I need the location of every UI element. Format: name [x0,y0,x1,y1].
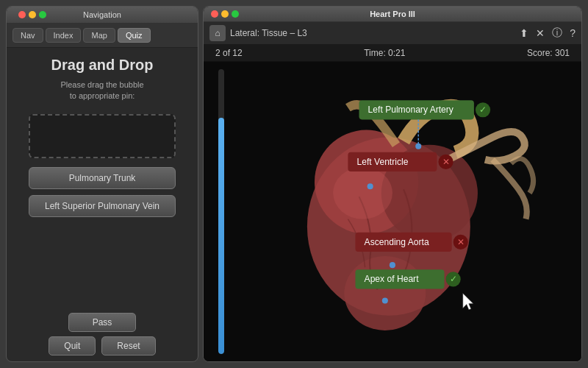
maximize-traffic-light[interactable] [39,11,46,18]
info-icon[interactable]: ⓘ [552,26,562,40]
heart-traffic-lights [211,10,239,18]
tab-nav[interactable]: Nav [12,28,43,43]
tab-quiz[interactable]: Quiz [118,28,151,43]
tab-index[interactable]: Index [46,28,82,43]
close-traffic-light[interactable] [18,11,26,18]
svg-point-5 [333,167,392,219]
heart-minimize-light[interactable] [221,10,229,18]
heart-panel: Heart Pro III ⌂ Lateral: Tissue – L3 ⬆ ✕… [203,6,582,362]
heart-window-title: Heart Pro III [370,10,415,18]
progress-stat: 2 of 12 [215,48,243,58]
svg-point-26 [382,298,388,304]
quiz-content: Drag and Drop Please drag the bubble to … [7,48,198,307]
svg-text:✓: ✓ [450,274,457,284]
svg-point-11 [415,144,421,149]
nav-titlebar: Navigation [7,7,198,24]
drag-bubble-pulmonary-vein[interactable]: Left Superior Pulmonary Vein [29,195,176,217]
nav-tabs: Nav Index Map Quiz [7,24,198,48]
heart-close-light[interactable] [211,10,218,18]
toolbar-right-icons: ⬆ ✕ ⓘ ? [520,26,576,40]
drop-zone[interactable] [29,114,176,158]
home-button[interactable]: ⌂ [209,25,226,41]
svg-text:Left Pulmonary Artery: Left Pulmonary Artery [368,105,454,115]
svg-text:Apex of Heart: Apex of Heart [365,274,420,284]
quiz-title: Drag and Drop [51,57,154,74]
nav-panel-title: Navigation [83,10,121,19]
heart-illustration: Left Pulmonary Artery ✓ Left Ventricle ✕ [233,69,567,354]
bottom-buttons: Pass Quit Reset [7,307,198,361]
svg-point-16 [368,183,373,189]
score-stat: Score: 301 [527,48,570,58]
close-icon[interactable]: ✕ [536,27,545,39]
svg-text:Left Ventricle: Left Ventricle [356,157,408,167]
reset-button[interactable]: Reset [101,336,155,355]
heart-toolbar: ⌂ Lateral: Tissue – L3 ⬆ ✕ ⓘ ? [204,22,581,45]
share-icon[interactable]: ⬆ [520,27,528,39]
progress-bar-fill [218,118,224,354]
svg-point-4 [344,256,426,330]
pass-button[interactable]: Pass [68,313,137,332]
nav-panel: Navigation Nav Index Map Quiz Drag and D… [6,6,198,362]
heart-titlebar: Heart Pro III [204,7,581,22]
quit-reset-row: Quit Reset [49,336,155,355]
drag-bubble-pulmonary-trunk[interactable]: Pulmonary Trunk [29,167,176,189]
heart-svg: Left Pulmonary Artery ✓ Left Ventricle ✕ [233,69,567,354]
svg-point-21 [390,262,395,268]
minimize-traffic-light[interactable] [29,11,36,18]
svg-text:Ascending Aorta: Ascending Aorta [365,237,429,247]
timer-stat: Time: 0:21 [364,48,405,58]
heart-stats: 2 of 12 Time: 0:21 Score: 301 [204,45,581,62]
svg-text:✕: ✕ [442,157,450,167]
progress-bar-container [218,69,224,354]
traffic-lights [18,11,46,18]
quiz-instruction: Please drag the bubble to appropriate pi… [60,79,143,102]
quit-button[interactable]: Quit [49,336,96,355]
svg-text:✕: ✕ [457,237,465,247]
heart-maximize-light[interactable] [232,10,239,18]
svg-text:✓: ✓ [479,105,487,115]
tab-map[interactable]: Map [83,28,115,43]
heart-main: Left Pulmonary Artery ✓ Left Ventricle ✕ [204,62,581,361]
help-icon[interactable]: ? [570,27,576,39]
breadcrumb: Lateral: Tissue – L3 [230,28,307,38]
